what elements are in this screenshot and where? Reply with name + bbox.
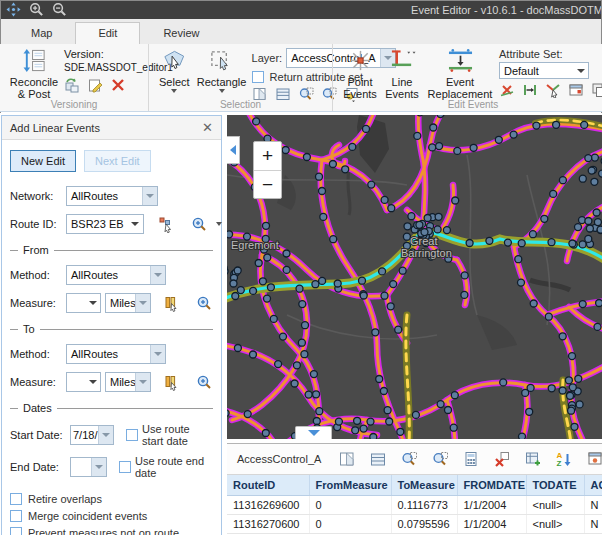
from-unit-combo[interactable]: Miles [105,293,151,313]
cell: 0 [309,515,391,534]
col-tomeasure[interactable]: ToMeasure [391,475,457,496]
split-event-icon[interactable] [522,82,538,98]
point-events-icon [348,48,373,75]
to-measure-picker-icon[interactable] [163,374,180,391]
map-label-barrington: Barrington [401,247,452,259]
return-attribute-set-checkbox[interactable] [252,71,264,83]
from-unit-value: Miles [106,297,135,309]
col-fromdate[interactable]: FROMDATE [457,475,526,496]
reconcile-post-button[interactable]: Reconcile & Post [6,47,62,99]
rectangle-dropdown-icon[interactable] [219,89,225,93]
panel-close-icon[interactable]: ✕ [202,121,213,134]
next-edit-button[interactable]: Next Edit [84,150,151,172]
route-id-combo[interactable]: BSR23 EB [66,214,144,234]
table-row[interactable]: 11316269600 0 0.1116773 1/1/2004 <null> … [227,496,602,515]
retire-overlaps-checkbox[interactable] [10,493,22,505]
pan-selected-icon[interactable] [431,450,449,468]
merge-coincident-events-checkbox[interactable] [10,510,22,522]
delete-selected-icon[interactable] [493,450,511,468]
point-events-button[interactable]: Point Events [339,47,381,99]
copy-event-icon[interactable] [591,82,602,98]
col-todate[interactable]: TODATE [526,475,584,496]
to-unit-combo[interactable]: Miles [105,372,151,392]
line-events-button[interactable]: Line Events [381,47,423,99]
col-frommeasure[interactable]: FromMeasure [309,475,391,496]
collapse-table-button[interactable] [295,426,332,439]
prevent-measures-checkbox[interactable] [10,527,22,535]
route-id-combo-arrow-icon[interactable] [128,215,143,233]
map-zoom-out-button[interactable]: − [254,170,281,198]
start-date-combo-arrow-icon[interactable] [98,426,113,444]
to-method-combo-arrow-icon[interactable] [150,345,165,363]
col-ac[interactable]: AC [584,475,602,496]
tab-map[interactable]: Map [8,22,75,44]
merge-event-icon[interactable] [545,82,561,98]
table-row[interactable]: 11316270600 0 0.0795596 1/1/2004 <null> … [227,515,602,534]
from-unit-combo-arrow-icon[interactable] [135,294,150,312]
to-unit-combo-arrow-icon[interactable] [135,373,150,391]
attribute-set-combo-arrow-icon[interactable] [573,63,588,78]
rectangle-button[interactable]: Rectangle [194,47,250,99]
use-route-end-date-label: Use route end date [135,455,213,479]
zoom-out-icon[interactable] [52,2,67,17]
to-measure-combo-arrow-icon[interactable] [85,373,100,391]
tab-edit[interactable]: Edit [75,22,140,44]
start-date-combo[interactable]: 7/18/ [70,425,114,445]
cell: N [584,496,602,515]
from-method-combo-arrow-icon[interactable] [150,266,165,284]
end-date-combo-arrow-icon[interactable] [91,458,106,476]
attribute-set-combo[interactable]: Default [499,62,589,79]
to-measure-combo[interactable] [66,372,101,392]
tab-review[interactable]: Review [140,22,222,44]
delete-event-icon[interactable] [499,82,515,98]
delete-version-icon[interactable] [110,77,126,93]
to-measure-zoom-icon[interactable] [196,374,213,391]
select-route-on-map-icon[interactable] [158,216,175,233]
calculator-icon[interactable] [462,450,480,468]
add-linear-events-panel: Add Linear Events ✕ New Edit Next Edit N… [1,115,222,535]
ribbon-tabs: Map Edit Review [0,19,602,44]
zoom-selected-icon[interactable] [400,450,418,468]
zoom-in-icon[interactable] [29,2,44,17]
dates-section-legend: Dates [10,402,213,414]
map-zoom-control: + − [253,141,282,199]
event-window-icon[interactable] [568,82,584,98]
network-combo-arrow-icon[interactable] [142,187,157,205]
route-zoom-icon[interactable] [191,216,208,233]
collapse-panel-left-button[interactable] [227,136,240,164]
route-zoom-dropdown-icon[interactable] [216,222,222,226]
use-route-end-date-checkbox[interactable] [119,461,131,473]
network-combo[interactable]: AllRoutes [66,186,158,206]
attribute-list-icon[interactable] [369,450,387,468]
route-id-label: Route ID: [10,218,62,230]
event-replacement-button[interactable]: Event Replacement [423,47,497,99]
network-label: Network: [10,190,62,202]
select-shape-icon[interactable] [338,450,356,468]
from-method-combo[interactable]: AllRoutes [66,265,166,285]
rectangle-label: Rectangle [197,76,247,88]
pan-icon[interactable] [6,2,21,17]
map-zoom-in-button[interactable]: + [254,142,281,170]
new-edit-button[interactable]: New Edit [10,150,76,172]
from-measure-combo-arrow-icon[interactable] [85,294,100,312]
title-bar: Event Editor - v10.6.1 - docMassDOTM [0,0,602,19]
sort-icon[interactable]: AZ [555,450,573,468]
post-version-icon[interactable] [64,77,80,93]
start-date-label: Start Date: [10,429,66,441]
select-button[interactable]: Select [155,47,194,99]
from-measure-picker-icon[interactable] [163,295,180,312]
to-method-combo[interactable]: AllRoutes [66,344,166,364]
identify-icon[interactable] [586,450,602,468]
new-version-icon[interactable] [87,77,103,93]
add-records-icon[interactable] [524,450,542,468]
from-method-label: Method: [10,269,62,281]
col-routeid[interactable]: RouteID [227,475,309,496]
end-date-combo[interactable] [70,457,107,477]
from-measure-combo[interactable] [66,293,101,313]
select-dropdown-icon[interactable] [171,89,177,93]
use-route-start-date-checkbox[interactable] [126,429,138,441]
svg-text:Z: Z [557,459,562,468]
map-view[interactable]: Egremont Great Barrington + − [227,115,602,439]
cell: <null> [526,496,584,515]
from-measure-zoom-icon[interactable] [196,295,213,312]
